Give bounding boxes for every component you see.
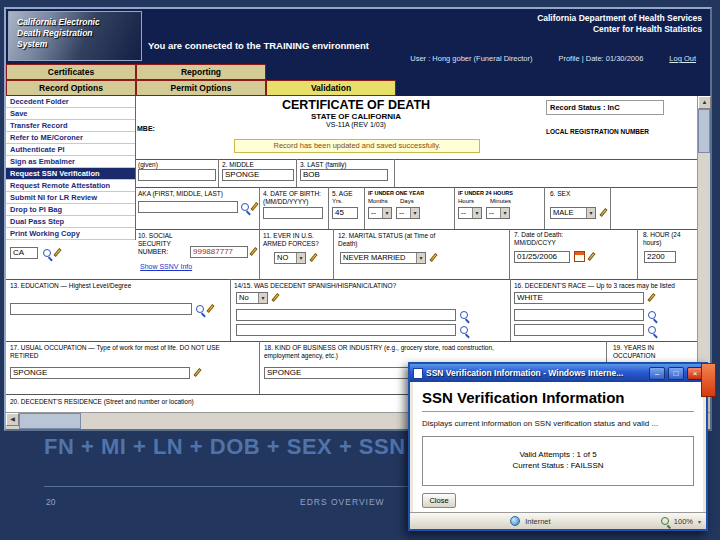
first-name-input[interactable] [138, 169, 216, 181]
occupation-input[interactable]: SPONGE [10, 367, 190, 379]
sidebar-item-transfer-record[interactable]: Transfer Record [6, 120, 135, 132]
popup-window-title: SSN Verification Information - Windows I… [426, 368, 646, 378]
scroll-left-icon[interactable]: ◀ [6, 413, 19, 426]
dob-input[interactable] [263, 207, 323, 219]
race-input-1[interactable]: WHITE [514, 292, 644, 304]
sex-edit-icon[interactable] [599, 208, 607, 217]
race-edit-icon[interactable] [647, 293, 655, 302]
dept-line2: Center for Health Statistics [537, 24, 702, 35]
ssn-edit-icon[interactable] [249, 247, 257, 256]
last-name-input[interactable]: BOB [300, 169, 388, 181]
age-input[interactable]: 45 [332, 207, 358, 219]
aka-lookup-icon[interactable] [241, 203, 249, 211]
sidebar-item-authenticate-pi[interactable]: Authenticate PI [6, 144, 135, 156]
vertical-scroll-thumb[interactable] [698, 109, 710, 153]
marital-status-edit-icon[interactable] [429, 253, 437, 262]
close-button[interactable]: Close [422, 493, 456, 508]
sidebar-item-request-remote-attestation[interactable]: Request Remote Attestation [6, 180, 135, 192]
hispanic-detail-input-2[interactable] [236, 324, 456, 336]
aka-edit-icon[interactable] [250, 202, 258, 211]
hispanic-edit-icon[interactable] [271, 293, 279, 302]
birth-state-input[interactable]: CA [10, 247, 38, 259]
show-ssnv-info-link[interactable]: Show SSNV Info [140, 263, 192, 270]
logo-line3: System [17, 39, 141, 50]
internet-zone-label: Internet [525, 517, 550, 526]
date-of-death-input[interactable]: 01/25/2006 [514, 251, 570, 263]
months-col-label: Months [368, 198, 388, 205]
chevron-down-icon: ▾ [382, 208, 391, 218]
education-input[interactable] [10, 303, 192, 315]
hispanic-lookup-icon-1[interactable] [460, 311, 468, 319]
menu-certificates[interactable]: Certificates [6, 64, 136, 80]
menu-validation[interactable]: Validation [266, 80, 396, 96]
internet-zone-icon [510, 516, 520, 526]
calendar-icon[interactable] [574, 251, 585, 262]
occupation-edit-icon[interactable] [193, 368, 201, 377]
industry-input[interactable]: SPONGE [264, 367, 426, 379]
sidebar-item-drop-to-pi-bag[interactable]: Drop to PI Bag [6, 204, 135, 216]
sidebar-item-request-ssn-verification[interactable]: Request SSN Verification [6, 168, 135, 180]
ssn-input[interactable]: 999887777 [190, 246, 248, 258]
minutes-col-label: Minutes [490, 198, 511, 205]
sex-value: MALE [553, 208, 573, 217]
marital-status-select[interactable]: NEVER MARRIED▾ [340, 252, 426, 264]
months-value: -- [371, 208, 376, 217]
chevron-down-icon: ▾ [500, 208, 509, 218]
minimize-button[interactable]: – [649, 367, 665, 380]
birth-state-lookup-icon[interactable] [43, 249, 51, 257]
sex-select[interactable]: MALE▾ [550, 207, 596, 219]
training-banner: You are connected to the TRAINING enviro… [148, 40, 369, 51]
department-header: California Department of Health Services… [537, 13, 702, 36]
menu-reporting[interactable]: Reporting [136, 64, 266, 80]
sidebar-item-submit-ni-lr-review[interactable]: Submit NI for LR Review [6, 192, 135, 204]
aka-input[interactable] [138, 201, 238, 213]
sidebar-item-decedent-folder[interactable]: Decedent Folder [6, 96, 135, 108]
sidebar-item-save[interactable]: Save [6, 108, 135, 120]
education-lookup-icon[interactable] [196, 305, 204, 313]
footer-divider [44, 486, 420, 487]
hispanic-lookup-icon-2[interactable] [460, 326, 468, 334]
sidebar-item-dual-pass-step[interactable]: Dual Pass Step [6, 216, 135, 228]
armed-forces-select[interactable]: NO▾ [274, 252, 306, 264]
sidebar-item-refer-me-coroner[interactable]: Refer to ME/Coroner [6, 132, 135, 144]
days-select[interactable]: --▾ [396, 207, 420, 219]
hispanic-select[interactable]: No▾ [236, 292, 268, 304]
scroll-up-icon[interactable]: ▲ [698, 96, 711, 109]
race-lookup-icon-2[interactable] [648, 311, 656, 319]
local-registration-label: LOCAL REGISTRATION NUMBER [546, 128, 649, 136]
hours-select[interactable]: --▾ [458, 207, 482, 219]
race-input-3[interactable] [514, 324, 644, 336]
middle-name-input[interactable]: SPONGE [222, 169, 294, 181]
race-input-2[interactable] [514, 309, 644, 321]
logout-link[interactable]: Log Out [669, 54, 696, 63]
sidebar-item-print-working-copy[interactable]: Print Working Copy [6, 228, 135, 240]
popup-title-bar[interactable]: SSN Verification Information - Windows I… [410, 364, 706, 382]
maximize-button[interactable]: □ [668, 367, 684, 380]
race-lookup-icon-3[interactable] [648, 326, 656, 334]
dob-label: 4. DATE OF BIRTH:(MM/DD/YYYY) [263, 190, 325, 206]
armed-forces-edit-icon[interactable] [309, 253, 317, 262]
hispanic-detail-input-1[interactable] [236, 309, 456, 321]
ssn-label: 10. SOCIAL SECURITYNUMBER: [138, 232, 190, 255]
age-label: 5. AGE [332, 190, 353, 198]
user-info: User : Hong gober (Funeral Director) [410, 54, 532, 63]
sidebar-item-sign-as-embalmer[interactable]: Sign as Embalmer [6, 156, 135, 168]
current-status: Current Status : FAILSSN [423, 461, 693, 470]
hour-of-death-input[interactable]: 2200 [644, 251, 676, 263]
menu-permit-options[interactable]: Permit Options [136, 80, 266, 96]
death-date-label-1: 7. Date of Death: [514, 231, 563, 239]
menu-record-options[interactable]: Record Options [6, 80, 136, 96]
zoom-level[interactable]: 100% [674, 517, 693, 526]
save-success-message: Record has been updated and saved succes… [234, 139, 480, 153]
birth-state-edit-icon[interactable] [53, 248, 61, 257]
app-header: California Electronic Death Registration… [6, 9, 710, 64]
logo-line2: Death Registration [17, 28, 141, 39]
horizontal-scroll-thumb[interactable] [19, 413, 81, 429]
hour-label-1: 8. HOUR (24 [643, 231, 681, 239]
minutes-select[interactable]: --▾ [486, 207, 510, 219]
months-select[interactable]: --▾ [368, 207, 392, 219]
zoom-dropdown-icon[interactable]: ▾ [698, 518, 701, 525]
death-date-edit-icon[interactable] [587, 252, 595, 261]
education-label: 13. EDUCATION — Highest Level/Degree [10, 282, 220, 290]
education-edit-icon[interactable] [206, 304, 214, 313]
